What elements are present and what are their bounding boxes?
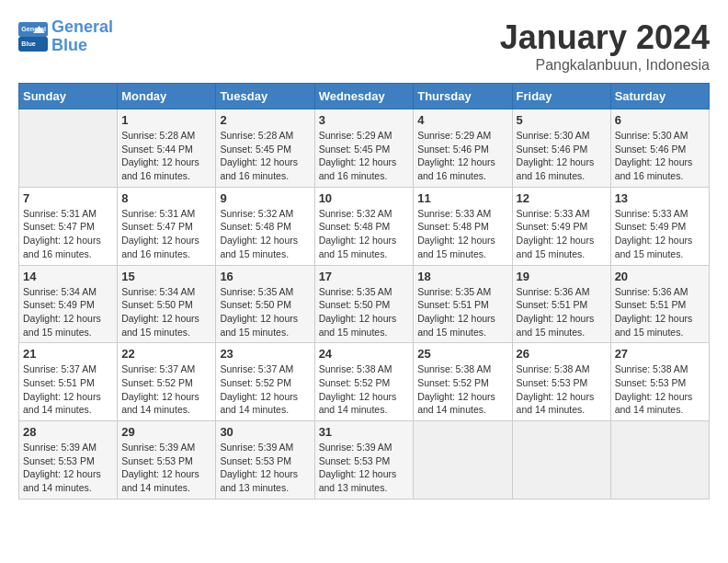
day-number: 2: [220, 113, 310, 127]
calendar-cell: 11Sunrise: 5:33 AMSunset: 5:48 PMDayligh…: [414, 187, 512, 265]
day-info: Sunrise: 5:33 AMSunset: 5:49 PMDaylight:…: [615, 207, 705, 261]
logo: General Blue General Blue: [18, 18, 113, 55]
calendar-cell: 31Sunrise: 5:39 AMSunset: 5:53 PMDayligh…: [314, 421, 414, 500]
day-info: Sunrise: 5:29 AMSunset: 5:46 PMDaylight:…: [417, 129, 507, 183]
calendar-cell: 26Sunrise: 5:38 AMSunset: 5:53 PMDayligh…: [512, 343, 610, 421]
calendar-cell: 3Sunrise: 5:29 AMSunset: 5:45 PMDaylight…: [314, 109, 414, 188]
calendar-week-2: 7Sunrise: 5:31 AMSunset: 5:47 PMDaylight…: [19, 187, 710, 265]
title-block: January 2024 Pangkalanbuun, Indonesia: [500, 18, 710, 74]
logo-blue: Blue: [51, 36, 87, 54]
calendar-cell: [414, 421, 512, 500]
day-info: Sunrise: 5:39 AMSunset: 5:53 PMDaylight:…: [23, 441, 113, 495]
calendar-header-row: SundayMondayTuesdayWednesdayThursdayFrid…: [19, 84, 710, 109]
day-number: 1: [121, 113, 211, 127]
day-number: 28: [23, 425, 113, 439]
calendar-cell: 13Sunrise: 5:33 AMSunset: 5:49 PMDayligh…: [610, 187, 709, 265]
day-number: 15: [121, 270, 211, 283]
day-info: Sunrise: 5:37 AMSunset: 5:52 PMDaylight:…: [220, 362, 310, 417]
page-header: General Blue General Blue January 2024 P…: [18, 18, 710, 74]
calendar-cell: 29Sunrise: 5:39 AMSunset: 5:53 PMDayligh…: [118, 421, 216, 500]
calendar-table: SundayMondayTuesdayWednesdayThursdayFrid…: [18, 83, 710, 500]
calendar-cell: 18Sunrise: 5:35 AMSunset: 5:51 PMDayligh…: [414, 265, 512, 343]
day-number: 3: [319, 113, 410, 127]
day-info: Sunrise: 5:29 AMSunset: 5:45 PMDaylight:…: [319, 129, 410, 183]
day-number: 5: [517, 113, 607, 127]
day-info: Sunrise: 5:34 AMSunset: 5:50 PMDaylight:…: [121, 285, 211, 339]
calendar-week-4: 21Sunrise: 5:37 AMSunset: 5:51 PMDayligh…: [19, 343, 710, 421]
location-subtitle: Pangkalanbuun, Indonesia: [500, 57, 710, 74]
day-number: 7: [23, 191, 113, 205]
col-header-saturday: Saturday: [610, 84, 709, 109]
day-info: Sunrise: 5:33 AMSunset: 5:49 PMDaylight:…: [517, 207, 607, 261]
calendar-cell: 1Sunrise: 5:28 AMSunset: 5:44 PMDaylight…: [118, 109, 216, 188]
day-number: 13: [615, 191, 705, 205]
day-number: 16: [220, 270, 310, 283]
calendar-cell: 4Sunrise: 5:29 AMSunset: 5:46 PMDaylight…: [414, 109, 512, 188]
day-info: Sunrise: 5:38 AMSunset: 5:53 PMDaylight:…: [615, 362, 705, 417]
day-number: 27: [615, 347, 705, 361]
calendar-cell: 9Sunrise: 5:32 AMSunset: 5:48 PMDaylight…: [216, 187, 314, 265]
day-number: 19: [517, 270, 607, 283]
day-info: Sunrise: 5:38 AMSunset: 5:53 PMDaylight:…: [517, 362, 607, 417]
calendar-cell: 16Sunrise: 5:35 AMSunset: 5:50 PMDayligh…: [216, 265, 314, 343]
calendar-cell: 25Sunrise: 5:38 AMSunset: 5:52 PMDayligh…: [414, 343, 512, 421]
calendar-cell: 23Sunrise: 5:37 AMSunset: 5:52 PMDayligh…: [216, 343, 314, 421]
day-info: Sunrise: 5:35 AMSunset: 5:50 PMDaylight:…: [220, 285, 310, 339]
day-number: 12: [517, 191, 607, 205]
svg-text:General: General: [21, 25, 46, 33]
day-number: 30: [220, 425, 310, 439]
day-number: 11: [417, 191, 507, 205]
day-info: Sunrise: 5:30 AMSunset: 5:46 PMDaylight:…: [615, 129, 705, 183]
calendar-cell: 10Sunrise: 5:32 AMSunset: 5:48 PMDayligh…: [314, 187, 414, 265]
calendar-week-5: 28Sunrise: 5:39 AMSunset: 5:53 PMDayligh…: [19, 421, 710, 500]
calendar-cell: [512, 421, 610, 500]
calendar-week-3: 14Sunrise: 5:34 AMSunset: 5:49 PMDayligh…: [19, 265, 710, 343]
calendar-week-1: 1Sunrise: 5:28 AMSunset: 5:44 PMDaylight…: [19, 109, 710, 188]
day-number: 8: [121, 191, 211, 205]
col-header-monday: Monday: [118, 84, 216, 109]
calendar-cell: 5Sunrise: 5:30 AMSunset: 5:46 PMDaylight…: [512, 109, 610, 188]
calendar-cell: 8Sunrise: 5:31 AMSunset: 5:47 PMDaylight…: [118, 187, 216, 265]
day-info: Sunrise: 5:28 AMSunset: 5:44 PMDaylight:…: [121, 129, 211, 183]
day-info: Sunrise: 5:37 AMSunset: 5:52 PMDaylight:…: [121, 362, 211, 417]
day-info: Sunrise: 5:31 AMSunset: 5:47 PMDaylight:…: [121, 207, 211, 261]
day-info: Sunrise: 5:35 AMSunset: 5:51 PMDaylight:…: [417, 285, 507, 339]
calendar-cell: 22Sunrise: 5:37 AMSunset: 5:52 PMDayligh…: [118, 343, 216, 421]
col-header-wednesday: Wednesday: [314, 84, 414, 109]
calendar-cell: [19, 109, 118, 188]
day-number: 17: [319, 270, 410, 283]
calendar-cell: 7Sunrise: 5:31 AMSunset: 5:47 PMDaylight…: [19, 187, 118, 265]
calendar-cell: 19Sunrise: 5:36 AMSunset: 5:51 PMDayligh…: [512, 265, 610, 343]
day-info: Sunrise: 5:39 AMSunset: 5:53 PMDaylight:…: [319, 441, 410, 495]
day-info: Sunrise: 5:32 AMSunset: 5:48 PMDaylight:…: [220, 207, 310, 261]
day-number: 9: [220, 191, 310, 205]
col-header-thursday: Thursday: [414, 84, 512, 109]
day-number: 22: [121, 347, 211, 361]
day-info: Sunrise: 5:33 AMSunset: 5:48 PMDaylight:…: [417, 207, 507, 261]
day-info: Sunrise: 5:28 AMSunset: 5:45 PMDaylight:…: [220, 129, 310, 183]
calendar-cell: 27Sunrise: 5:38 AMSunset: 5:53 PMDayligh…: [610, 343, 709, 421]
calendar-cell: 20Sunrise: 5:36 AMSunset: 5:51 PMDayligh…: [610, 265, 709, 343]
day-number: 25: [417, 347, 507, 361]
day-info: Sunrise: 5:38 AMSunset: 5:52 PMDaylight:…: [417, 362, 507, 417]
day-info: Sunrise: 5:39 AMSunset: 5:53 PMDaylight:…: [121, 441, 211, 495]
day-number: 29: [121, 425, 211, 439]
day-info: Sunrise: 5:36 AMSunset: 5:51 PMDaylight:…: [517, 285, 607, 339]
day-info: Sunrise: 5:36 AMSunset: 5:51 PMDaylight:…: [615, 285, 705, 339]
day-number: 20: [615, 270, 705, 283]
calendar-cell: 2Sunrise: 5:28 AMSunset: 5:45 PMDaylight…: [216, 109, 314, 188]
col-header-tuesday: Tuesday: [216, 84, 314, 109]
day-number: 24: [319, 347, 410, 361]
day-info: Sunrise: 5:38 AMSunset: 5:52 PMDaylight:…: [319, 362, 410, 417]
calendar-cell: 6Sunrise: 5:30 AMSunset: 5:46 PMDaylight…: [610, 109, 709, 188]
calendar-cell: 28Sunrise: 5:39 AMSunset: 5:53 PMDayligh…: [19, 421, 118, 500]
day-number: 6: [615, 113, 705, 127]
day-number: 31: [319, 425, 410, 439]
day-number: 23: [220, 347, 310, 361]
calendar-cell: 24Sunrise: 5:38 AMSunset: 5:52 PMDayligh…: [314, 343, 414, 421]
calendar-cell: 21Sunrise: 5:37 AMSunset: 5:51 PMDayligh…: [19, 343, 118, 421]
calendar-cell: 12Sunrise: 5:33 AMSunset: 5:49 PMDayligh…: [512, 187, 610, 265]
day-info: Sunrise: 5:30 AMSunset: 5:46 PMDaylight:…: [517, 129, 607, 183]
day-info: Sunrise: 5:31 AMSunset: 5:47 PMDaylight:…: [23, 207, 113, 261]
day-number: 26: [517, 347, 607, 361]
